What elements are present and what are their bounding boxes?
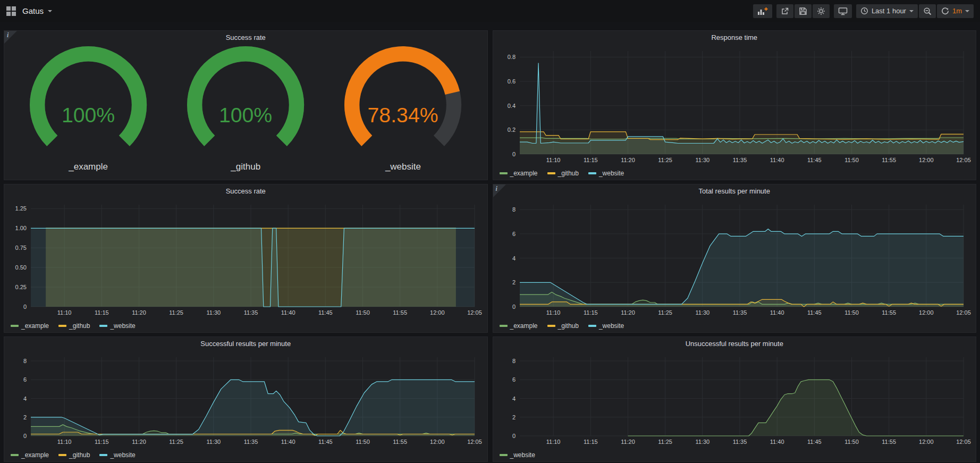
svg-text:6: 6	[512, 231, 515, 237]
legend-item[interactable]: _website	[588, 170, 624, 177]
gauge-value: 78.34%	[368, 103, 438, 127]
panel-info-icon[interactable]: i	[493, 184, 506, 197]
panel-success-rate-gauges: i Success rate 100%_example100%_github78…	[4, 30, 488, 180]
legend-label: _github	[69, 451, 90, 459]
svg-text:12:00: 12:00	[919, 157, 934, 163]
svg-text:0.2: 0.2	[507, 127, 515, 133]
legend-label: _example	[21, 451, 49, 459]
panel-successful-results-per-minute: Successful results per minute 0246811:10…	[4, 336, 488, 462]
svg-text:11:40: 11:40	[770, 309, 784, 316]
legend-item[interactable]: _github	[58, 451, 90, 459]
settings-gear-icon	[817, 7, 825, 15]
gauge-title: _github	[231, 162, 260, 176]
caret-down-icon	[48, 10, 52, 12]
svg-text:11:25: 11:25	[658, 309, 672, 316]
legend-item[interactable]: _website	[500, 451, 535, 459]
svg-text:11:10: 11:10	[546, 157, 560, 163]
save-button[interactable]	[795, 4, 812, 18]
legend-marker	[11, 325, 19, 327]
legend-label: _website	[599, 322, 624, 330]
svg-text:4: 4	[512, 395, 515, 402]
gauge-_github: 100%_github	[167, 46, 324, 176]
svg-text:11:20: 11:20	[132, 309, 146, 316]
svg-text:12:05: 12:05	[956, 309, 971, 316]
svg-text:11:50: 11:50	[844, 309, 859, 316]
svg-text:11:30: 11:30	[695, 439, 709, 445]
share-button[interactable]	[776, 4, 793, 18]
legend-item[interactable]: _website	[588, 322, 624, 330]
svg-text:11:25: 11:25	[169, 439, 183, 445]
svg-text:2: 2	[512, 279, 515, 285]
panel-info-icon[interactable]: i	[4, 31, 17, 44]
svg-text:0: 0	[512, 433, 515, 439]
panel-title[interactable]: Unsuccessful results per minute	[509, 340, 960, 348]
svg-text:11:40: 11:40	[281, 439, 295, 445]
panel-title[interactable]: Response time	[509, 33, 960, 41]
refresh-button[interactable]: 1m	[937, 4, 974, 18]
chart-legend: _website	[500, 451, 535, 459]
legend-marker	[11, 454, 19, 456]
svg-text:11:30: 11:30	[695, 309, 709, 316]
svg-text:11:30: 11:30	[695, 157, 709, 163]
legend-label: _github	[558, 170, 579, 177]
svg-text:0.4: 0.4	[507, 103, 515, 109]
svg-text:4: 4	[23, 395, 27, 402]
gauge-_example: 100%_example	[10, 46, 167, 176]
add-panel-button[interactable]	[753, 4, 772, 18]
panel-title[interactable]: Total results per minute	[509, 187, 960, 195]
svg-text:11:40: 11:40	[770, 157, 784, 163]
svg-text:11:35: 11:35	[732, 157, 747, 163]
success-rate-chart[interactable]: 00.250.500.751.001.2511:1011:1511:2011:2…	[7, 200, 483, 317]
svg-text:11:45: 11:45	[807, 309, 821, 316]
legend-label: _website	[599, 170, 624, 177]
svg-text:11:25: 11:25	[658, 157, 672, 163]
legend-item[interactable]: _example	[11, 322, 49, 330]
panel-title[interactable]: Success rate	[20, 33, 471, 41]
svg-text:11:30: 11:30	[206, 309, 221, 316]
successful-results-chart[interactable]: 0246811:1011:1511:2011:2511:3011:3511:40…	[7, 353, 483, 447]
unsuccessful-results-chart[interactable]: 0246811:1011:1511:2011:2511:3011:3511:40…	[496, 353, 972, 447]
svg-text:12:00: 12:00	[430, 309, 445, 316]
svg-text:0.75: 0.75	[15, 245, 27, 251]
svg-text:11:20: 11:20	[621, 439, 635, 445]
settings-button[interactable]	[813, 4, 830, 18]
legend-marker	[500, 325, 508, 327]
dashboard-grid-icon[interactable]	[6, 6, 16, 16]
legend-label: _website	[110, 451, 135, 459]
tv-mode-button[interactable]	[834, 4, 852, 18]
svg-text:11:15: 11:15	[583, 157, 597, 163]
svg-text:12:05: 12:05	[467, 309, 482, 316]
svg-text:12:00: 12:00	[919, 439, 934, 445]
panel-unsuccessful-results-per-minute: Unsuccessful results per minute 0246811:…	[493, 336, 977, 462]
time-range-button[interactable]: Last 1 hour	[856, 4, 918, 18]
panel-title[interactable]: Success rate	[20, 187, 471, 195]
dashboard-title-dropdown[interactable]: Gatus	[22, 6, 52, 15]
svg-text:11:50: 11:50	[844, 439, 859, 445]
svg-text:11:15: 11:15	[583, 309, 597, 316]
legend-item[interactable]: _example	[11, 451, 49, 459]
legend-item[interactable]: _example	[500, 322, 538, 330]
zoom-out-icon	[923, 7, 932, 15]
legend-item[interactable]: _website	[99, 451, 135, 459]
total-results-chart[interactable]: 0246811:1011:1511:2011:2511:3011:3511:40…	[496, 200, 972, 317]
svg-text:0: 0	[512, 304, 515, 310]
legend-item[interactable]: _example	[500, 170, 538, 177]
svg-text:11:55: 11:55	[882, 439, 896, 445]
svg-text:11:35: 11:35	[732, 309, 747, 316]
svg-text:11:25: 11:25	[658, 439, 672, 445]
svg-text:11:35: 11:35	[244, 439, 258, 445]
svg-text:11:55: 11:55	[393, 309, 407, 316]
svg-text:11:25: 11:25	[169, 309, 183, 316]
zoom-out-button[interactable]	[919, 4, 936, 18]
legend-item[interactable]: _website	[99, 322, 135, 330]
legend-item[interactable]: _github	[547, 170, 579, 177]
panel-title[interactable]: Successful results per minute	[20, 340, 471, 348]
panel-success-rate: Success rate 00.250.500.751.001.2511:101…	[4, 184, 488, 333]
svg-text:12:00: 12:00	[919, 309, 934, 316]
legend-item[interactable]: _github	[58, 322, 90, 330]
response-time-chart[interactable]: 00.20.40.60.811:1011:1511:2011:2511:3011…	[496, 47, 972, 165]
legend-label: _example	[21, 322, 49, 330]
tv-mode-icon	[838, 7, 848, 15]
legend-item[interactable]: _github	[547, 322, 579, 330]
chart-legend: _example_github_website	[500, 322, 624, 330]
